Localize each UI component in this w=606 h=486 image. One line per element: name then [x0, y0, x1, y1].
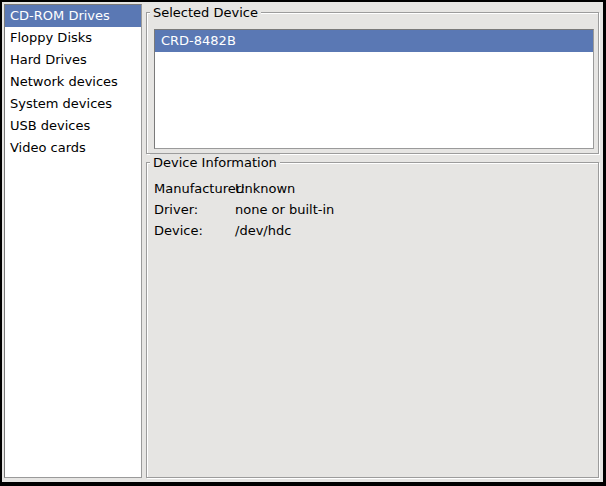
- device-category-list: CD-ROM Drives Floppy Disks Hard Drives N…: [4, 4, 142, 478]
- driver-value: none or built-in: [235, 199, 590, 220]
- sidebar-item-cdrom-drives[interactable]: CD-ROM Drives: [5, 5, 141, 27]
- selected-device-list: CRD-8482B: [154, 29, 594, 149]
- device-information-fields: Manufacturer: Unknown Driver: none or bu…: [154, 178, 590, 241]
- info-row-driver: Driver: none or built-in: [154, 199, 590, 220]
- device-value: /dev/hdc: [235, 220, 590, 241]
- selected-device-frame: Selected Device CRD-8482B: [146, 12, 599, 154]
- driver-label: Driver:: [154, 199, 235, 220]
- info-row-manufacturer: Manufacturer: Unknown: [154, 178, 590, 199]
- sidebar-item-usb-devices[interactable]: USB devices: [5, 115, 141, 137]
- sidebar-item-video-cards[interactable]: Video cards: [5, 137, 141, 159]
- hardware-browser-window: CD-ROM Drives Floppy Disks Hard Drives N…: [0, 0, 606, 486]
- sidebar-item-floppy-disks[interactable]: Floppy Disks: [5, 27, 141, 49]
- sidebar-item-hard-drives[interactable]: Hard Drives: [5, 49, 141, 71]
- device-list-item-crd-8482b[interactable]: CRD-8482B: [155, 30, 593, 52]
- device-information-frame: Device Information Manufacturer: Unknown…: [146, 162, 599, 478]
- device-label: Device:: [154, 220, 235, 241]
- device-information-frame-title: Device Information: [150, 154, 280, 171]
- selected-device-frame-title: Selected Device: [150, 4, 261, 21]
- manufacturer-label: Manufacturer:: [154, 178, 235, 199]
- sidebar-item-network-devices[interactable]: Network devices: [5, 71, 141, 93]
- info-row-device: Device: /dev/hdc: [154, 220, 590, 241]
- sidebar-item-system-devices[interactable]: System devices: [5, 93, 141, 115]
- manufacturer-value: Unknown: [235, 178, 590, 199]
